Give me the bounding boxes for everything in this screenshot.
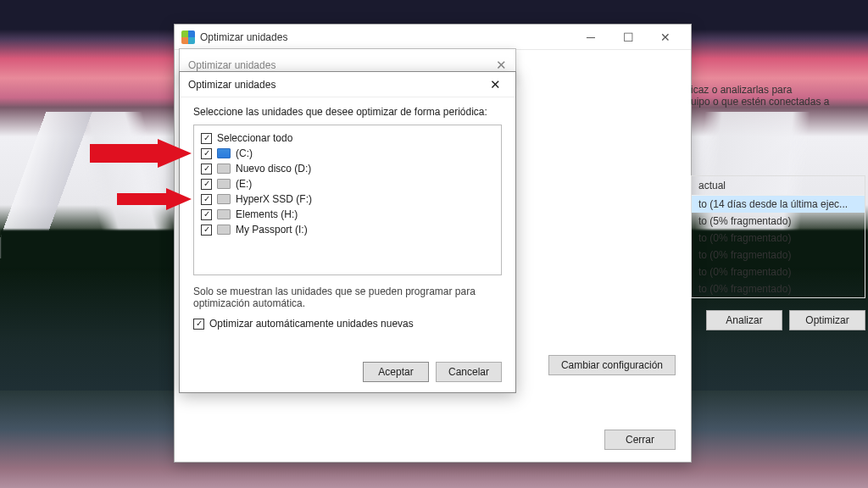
svg-marker-0 — [90, 139, 192, 168]
disk-icon — [217, 164, 231, 174]
status-row[interactable]: to (14 días desde la última ejec... — [692, 196, 865, 213]
drive-row[interactable]: My Passport (I:) — [199, 222, 496, 237]
main-desc-line1: icaz o analizarlas para — [691, 84, 865, 96]
mid-dialog-title: Optimizar unidades — [188, 59, 275, 71]
dialog-close-button[interactable]: ✕ — [483, 73, 507, 97]
drive-checkbox[interactable] — [201, 225, 212, 236]
drive-row[interactable]: (E:) — [199, 176, 496, 191]
drive-label: Nuevo disco (D:) — [236, 163, 311, 175]
dialog-titlebar[interactable]: Optimizar unidades ✕ — [180, 72, 515, 97]
status-row[interactable]: to (0% fragmentado) — [692, 230, 865, 247]
drive-checkbox[interactable] — [201, 164, 212, 175]
status-row[interactable]: to (5% fragmentado) — [692, 213, 865, 230]
dialog-instruction: Seleccione las unidades que desee optimi… — [193, 106, 502, 118]
maximize-button[interactable]: ☐ — [609, 25, 647, 50]
ok-button[interactable]: Aceptar — [363, 362, 429, 382]
status-header: actual — [692, 176, 865, 196]
drive-checkbox[interactable] — [201, 209, 212, 220]
status-row[interactable]: to (0% fragmentado) — [692, 280, 865, 297]
select-drives-dialog: Optimizar unidades ✕ Seleccione las unid… — [179, 71, 516, 393]
optimize-button[interactable]: Optimizar — [789, 310, 865, 330]
main-titlebar[interactable]: Optimizar unidades ─ ☐ ✕ — [175, 25, 691, 50]
disk-icon — [217, 194, 231, 204]
drive-checkbox[interactable] — [201, 179, 212, 190]
close-button[interactable]: ✕ — [647, 25, 684, 50]
svg-marker-1 — [117, 188, 192, 210]
main-desc-line2: uipo o que estén conectadas a — [691, 96, 865, 108]
status-row[interactable]: to (0% fragmentado) — [692, 247, 865, 263]
app-icon — [181, 30, 195, 44]
disk-icon — [217, 225, 231, 235]
cancel-button[interactable]: Cancelar — [436, 362, 502, 382]
select-all-label: Seleccionar todo — [217, 132, 292, 144]
system-disk-icon — [217, 148, 231, 158]
drive-checkbox[interactable] — [201, 194, 212, 205]
drive-checkbox[interactable] — [201, 148, 212, 159]
main-window-title: Optimizar unidades — [200, 31, 572, 43]
drive-label: (E:) — [236, 178, 252, 190]
close-main-button[interactable]: Cerrar — [604, 430, 676, 450]
drive-row[interactable]: (C:) — [199, 146, 496, 161]
auto-optimize-label: Optimizar automáticamente unidades nueva… — [209, 318, 414, 330]
drive-label: (C:) — [236, 147, 253, 159]
auto-optimize-row[interactable]: Optimizar automáticamente unidades nueva… — [193, 318, 502, 330]
disk-icon — [217, 209, 231, 219]
annotation-arrow-icon — [90, 139, 192, 168]
auto-optimize-checkbox[interactable] — [193, 319, 204, 330]
window-controls: ─ ☐ ✕ — [572, 25, 684, 50]
drive-label: Elements (H:) — [236, 208, 298, 220]
status-table: actual to (14 días desde la última ejec.… — [691, 175, 865, 298]
dialog-note: Solo se muestran las unidades que se pue… — [193, 286, 502, 309]
select-all-row[interactable]: Seleccionar todo — [199, 130, 496, 146]
drive-row[interactable]: Nuevo disco (D:) — [199, 161, 496, 176]
drive-row[interactable]: HyperX SSD (F:) — [199, 191, 496, 207]
status-row[interactable]: to (0% fragmentado) — [692, 263, 865, 280]
drive-label: My Passport (I:) — [236, 224, 308, 236]
drives-listbox: Seleccionar todo (C:) Nuevo disco (D:) (… — [193, 125, 502, 275]
analyze-button[interactable]: Analizar — [706, 310, 782, 330]
annotation-arrow-icon — [117, 188, 192, 210]
change-config-button[interactable]: Cambiar configuración — [548, 355, 676, 375]
dialog-title: Optimizar unidades — [188, 79, 483, 91]
drive-label: HyperX SSD (F:) — [236, 193, 312, 205]
select-all-checkbox[interactable] — [201, 133, 212, 144]
disk-icon — [217, 179, 231, 189]
drive-row[interactable]: Elements (H:) — [199, 207, 496, 222]
minimize-button[interactable]: ─ — [572, 25, 609, 50]
